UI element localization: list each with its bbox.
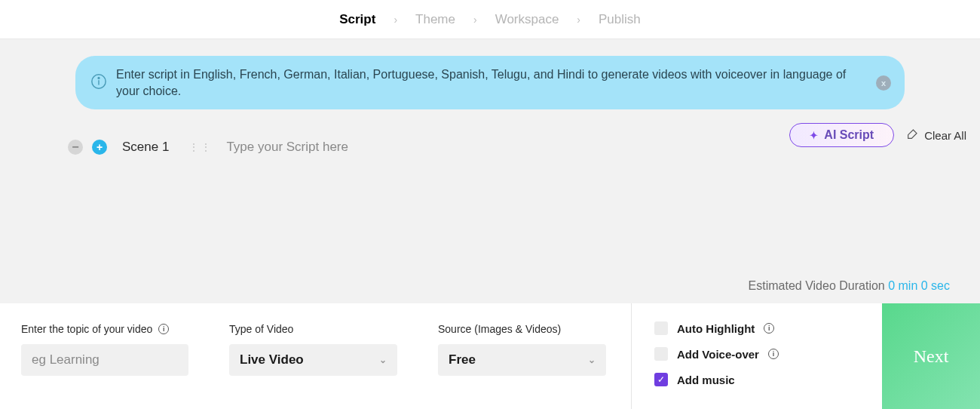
chevron-right-icon: ›: [473, 14, 477, 26]
source-value: Free: [449, 352, 476, 367]
info-icon[interactable]: i: [768, 349, 779, 359]
voice-over-row: Add Voice-over i: [654, 347, 868, 361]
topic-group: Enter the topic of your video i: [21, 323, 188, 389]
source-select[interactable]: Free ⌄: [438, 344, 606, 376]
add-scene-button[interactable]: +: [92, 140, 107, 155]
scene-row: − + Scene 1 ⋮⋮: [14, 140, 966, 155]
auto-highlight-label: Auto Highlight: [677, 322, 755, 335]
info-icon[interactable]: i: [764, 323, 774, 334]
info-icon[interactable]: i: [158, 324, 169, 334]
svg-point-2: [98, 77, 100, 78]
chevron-down-icon: ⌄: [588, 355, 596, 365]
video-type-select[interactable]: Live Video ⌄: [229, 344, 397, 376]
video-type-label: Type of Video: [229, 323, 293, 335]
chevron-right-icon: ›: [577, 14, 580, 26]
source-label: Source (Images & Videos): [438, 323, 561, 335]
chevron-right-icon: ›: [394, 14, 397, 26]
music-row: ✓ Add music: [654, 373, 868, 386]
auto-highlight-checkbox[interactable]: [654, 321, 668, 335]
remove-scene-button[interactable]: −: [68, 140, 83, 155]
checkmark-icon: ✓: [657, 374, 665, 385]
topic-label: Enter the topic of your video: [21, 323, 152, 335]
breadcrumb-publish[interactable]: Publish: [599, 12, 641, 27]
video-type-value: Live Video: [240, 352, 304, 367]
breadcrumb: Script › Theme › Workspace › Publish: [0, 0, 980, 39]
breadcrumb-script[interactable]: Script: [339, 12, 375, 27]
breadcrumb-theme[interactable]: Theme: [415, 12, 455, 27]
form-area: Enter the topic of your video i Type of …: [0, 303, 632, 409]
info-banner: Enter script in English, French, German,…: [75, 56, 905, 109]
duration-value: 0 min 0 sec: [888, 279, 950, 292]
topic-input[interactable]: [21, 344, 188, 376]
info-icon: [90, 73, 107, 93]
voice-over-label: Add Voice-over: [677, 348, 759, 361]
close-icon: x: [881, 78, 886, 88]
bottom-section: Enter the topic of your video i Type of …: [0, 303, 980, 409]
scene-label: Scene 1: [122, 140, 169, 155]
next-button[interactable]: Next: [882, 303, 980, 409]
video-type-group: Type of Video Live Video ⌄: [229, 323, 397, 389]
chevron-down-icon: ⌄: [379, 355, 387, 365]
music-label: Add music: [677, 374, 735, 386]
duration-label: Estimated Video Duration 0 min 0 sec: [749, 279, 950, 293]
voice-over-checkbox[interactable]: [654, 347, 668, 361]
music-checkbox[interactable]: ✓: [654, 373, 668, 386]
script-input[interactable]: [226, 140, 603, 155]
options-area: Auto Highlight i Add Voice-over i ✓ Add …: [632, 303, 980, 409]
banner-close-button[interactable]: x: [876, 75, 891, 91]
banner-text: Enter script in English, French, German,…: [116, 66, 867, 99]
source-group: Source (Images & Videos) Free ⌄: [438, 323, 606, 389]
auto-highlight-row: Auto Highlight i: [654, 321, 868, 335]
drag-handle-icon[interactable]: ⋮⋮: [188, 146, 213, 149]
main-area: Enter script in English, French, German,…: [0, 39, 980, 303]
breadcrumb-workspace[interactable]: Workspace: [495, 12, 559, 27]
